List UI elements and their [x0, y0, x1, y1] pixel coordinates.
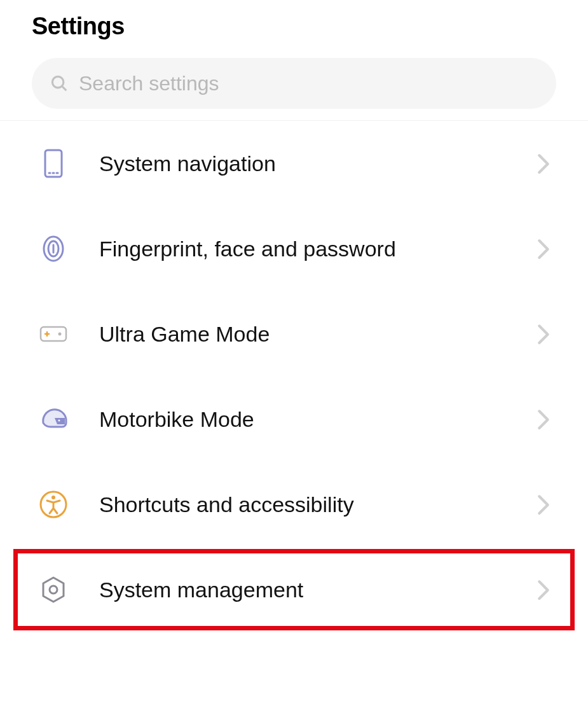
chevron-right-icon	[537, 239, 550, 259]
header: Settings	[0, 0, 588, 58]
chevron-right-icon	[537, 153, 550, 174]
search-icon	[50, 74, 69, 93]
search-bar[interactable]	[32, 58, 556, 109]
search-input[interactable]	[79, 72, 538, 95]
settings-screen: Settings System na	[0, 0, 588, 701]
item-system-management[interactable]: System management	[11, 547, 577, 632]
item-label: Fingerprint, face and password	[99, 237, 537, 261]
item-motorbike-mode[interactable]: Motorbike Mode	[0, 377, 588, 462]
svg-point-12	[58, 333, 62, 336]
game-icon	[38, 319, 69, 349]
svg-point-17	[50, 586, 57, 593]
svg-marker-16	[43, 578, 64, 602]
accessibility-icon	[38, 489, 69, 520]
chevron-right-icon	[537, 580, 550, 600]
item-label: System management	[99, 578, 537, 602]
chevron-right-icon	[537, 494, 550, 515]
svg-point-13	[58, 420, 60, 422]
gear-hex-icon	[38, 574, 69, 605]
item-ultra-game-mode[interactable]: Ultra Game Mode	[0, 291, 588, 377]
search-wrapper	[0, 58, 588, 120]
phone-icon	[38, 148, 69, 179]
settings-list: System navigation Fingerprint, face and …	[0, 121, 588, 632]
helmet-icon	[38, 404, 69, 434]
item-system-navigation[interactable]: System navigation	[0, 121, 588, 206]
fingerprint-icon	[38, 233, 69, 264]
item-shortcuts-accessibility[interactable]: Shortcuts and accessibility	[0, 462, 588, 547]
svg-point-15	[51, 496, 55, 499]
chevron-right-icon	[537, 409, 550, 429]
item-label: Ultra Game Mode	[99, 322, 537, 347]
page-title: Settings	[32, 13, 556, 40]
item-label: Shortcuts and accessibility	[99, 492, 537, 517]
svg-point-0	[52, 76, 64, 88]
chevron-right-icon	[537, 324, 550, 344]
item-label: System navigation	[99, 151, 537, 176]
svg-line-1	[62, 87, 66, 90]
item-fingerprint-face-password[interactable]: Fingerprint, face and password	[0, 206, 588, 291]
item-label: Motorbike Mode	[99, 407, 537, 432]
